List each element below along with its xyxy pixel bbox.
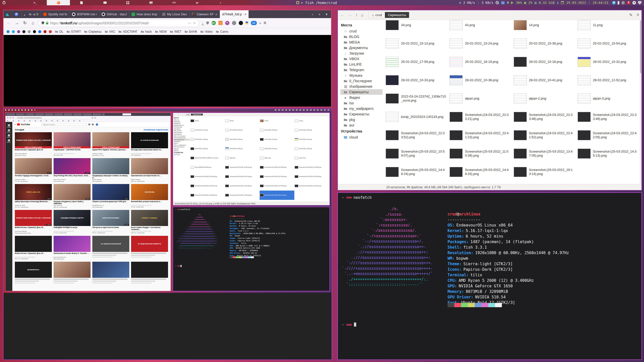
path-segment-current[interactable]: Скриншоты [385,12,409,18]
bookmark-item[interactable]: VAC [105,30,115,33]
bookmark-favicon[interactable] [22,30,25,33]
sidebar-place-item[interactable]: LinLIFE [340,62,383,67]
file-item[interactable]: 25-02-2022_15-38.png [512,34,576,53]
fm-forward-button[interactable]: → [348,13,352,17]
download-icon[interactable]: ↓ [202,21,204,25]
sidebar-place-item[interactable]: BLOG [340,34,383,39]
path-segment-home[interactable]: ⌂crud [369,12,385,18]
terminal-window[interactable]: ~>>>neofetch ./o. ./sssso- `:osssssss+- … [337,192,642,360]
browser-tab[interactable]: How does bsp × [129,10,160,18]
file-item[interactable]: Screenshot-(24-03-2022_22:41:52).png [512,126,576,144]
home-button[interactable]: ⌂ [30,21,36,26]
page-content-image[interactable] [4,35,331,107]
sidebar-place-item[interactable]: pkg [340,117,383,122]
tray-icon[interactable] [638,1,641,5]
bookmark-favicon[interactable] [17,30,20,33]
file-item[interactable]: Screenshot-(24-03-2022_22:33:49).png [576,108,640,126]
bplus-extension-icon[interactable]: B+ [212,21,216,25]
adblock-icon[interactable] [239,21,243,25]
tracking-shield-icon[interactable] [42,21,44,25]
sidebar-place-item[interactable]: Документы [340,45,383,51]
file-item[interactable]: 25-02-2022_15-24.png [448,34,512,53]
bookmark-item[interactable]: NEW [155,30,167,33]
tray-icon[interactable] [618,1,619,5]
browser-tab[interactable]: GitHub - dasJ × [99,10,129,18]
fm-up-button[interactable]: ↑ [355,13,357,17]
workspace-item[interactable] [209,0,232,5]
fm-back-button[interactable]: ← [340,13,344,17]
forward-button[interactable]: → [14,21,20,26]
fm-home-button[interactable]: ⌂ [361,13,364,17]
terminal-input-line[interactable]: ~>>> [342,323,356,327]
image-viewer-window[interactable]: youtube.com/feed/subscriptions ГлавнаяНа… [3,108,332,360]
power-icon[interactable] [3,1,6,4]
browser-tab[interactable]: My Linux Des × [160,10,189,18]
file-item[interactable]: 34.png [384,20,448,34]
browser-tab[interactable]: Сменил XF × [189,10,220,18]
https-lock-icon[interactable] [46,23,48,24]
workspace-item[interactable] [163,0,186,5]
file-item[interactable]: Screenshot-(25-03-2022_14:35:13).png [576,144,640,163]
tray-icon[interactable]: M [627,1,630,5]
sidebar-place-item[interactable]: Изображения [340,84,383,89]
file-item[interactable]: alpari-3.png [576,89,640,108]
browser-tab[interactable]: d704a9_full.p × [220,10,249,18]
file-item[interactable]: Screenshot-(24-03-2022_22:41:23).png [448,126,512,144]
extension-shield-icon[interactable] [206,21,209,25]
file-item[interactable]: 25-02-2022_18-19.png [448,53,512,71]
sidebar-place-item[interactable]: MEGA [340,39,383,45]
new-tab-button[interactable]: + [316,10,323,18]
bookmark-favicon[interactable] [49,30,52,33]
back-button[interactable]: ← [6,21,12,26]
sidebar-place-item[interactable]: my_wallpapers [340,106,383,111]
file-item[interactable]: 25-02-2022_15-13.png [384,34,448,53]
bookmark-favicon[interactable] [33,30,36,33]
fm-scrollbar[interactable] [640,20,641,184]
sidebar-place-item[interactable]: Telegram [340,67,383,73]
file-item[interactable]: 14.png [512,20,576,34]
workspace-item[interactable] [70,0,93,5]
file-item[interactable]: Screenshot-(25-03-2022_14:48:33).png [448,163,512,181]
bookmark-item[interactable]: hack [141,30,152,33]
url-bar[interactable]: https://tenkoff.ru/uploads/images/00/00/… [38,19,199,27]
menu-icon[interactable]: ≡ [264,20,266,26]
file-item[interactable]: 28-02-2022_10-32.png [576,53,640,71]
url-text[interactable]: https://tenkoff.ru/uploads/images/00/00/… [50,21,186,25]
file-item[interactable]: Screenshot-(24-03-2022_22:33:46).png [512,108,576,126]
browser-tab[interactable]: Spotify not fo × [41,10,70,18]
file-item[interactable]: 25-02-2022_17-59.png [384,53,448,71]
volume-icon[interactable] [511,1,515,4]
file-item[interactable]: Screenshot-(25-03-2022_10:59:07).png [384,144,448,163]
sidebar-place-item[interactable]: Музыка [340,73,383,78]
bookmark-favicon[interactable] [44,30,47,33]
fm-menu-icon[interactable]: ≡ [637,13,639,17]
tray-icon[interactable]: 10 [612,1,616,5]
file-item[interactable]: 43.png [448,20,512,34]
bookmark-favicon[interactable] [12,30,15,33]
bookmark-item[interactable]: ХОСТИНГ [118,30,138,33]
file-item[interactable]: alpari-2.png [512,89,576,108]
bookmark-favicon[interactable] [7,30,10,33]
file-item[interactable]: Screenshot-(25-03-2022_19:13:14).png [512,163,576,181]
sidebar-place-item[interactable]: crud [340,28,383,34]
tab-overflow-button[interactable]: › [309,10,316,18]
bookmark-favicon[interactable] [38,30,41,33]
bookmark-item[interactable]: Cams [216,30,228,33]
sidebar-place-item[interactable]: aur [340,122,383,128]
file-item[interactable]: Screenshot-(24-03-2022_22:33:21).png [448,108,512,126]
file-item[interactable]: alpari.png [448,89,512,108]
sidebar-place-item[interactable]: Загрузки [340,51,383,56]
tab-list-button[interactable]: ▾ [323,10,330,18]
sidebar-place-item[interactable]: VBOX [340,56,383,62]
file-item[interactable]: 28-02-2022_10-41.png [512,71,576,89]
sidebar-place-item[interactable]: Скринкасты [340,111,383,117]
file-item[interactable]: ksnip_20220323-130133.png [384,108,448,126]
file-item[interactable]: 28-02-2022_10-16.png [512,53,576,71]
file-item[interactable]: 28-02-2022_12-52.png [576,71,640,89]
file-item[interactable]: 28-02-2022_10-36.png [448,71,512,89]
bookmark-item[interactable]: БАНК [185,30,197,33]
bookmark-item[interactable]: INET [170,30,181,33]
fm-edit-icon[interactable]: ✎ [629,13,632,17]
file-item[interactable]: 2022-03-24-223742_1308x710_scrot.png [384,89,448,108]
sidebar-device-item[interactable]: cloud [340,134,383,140]
